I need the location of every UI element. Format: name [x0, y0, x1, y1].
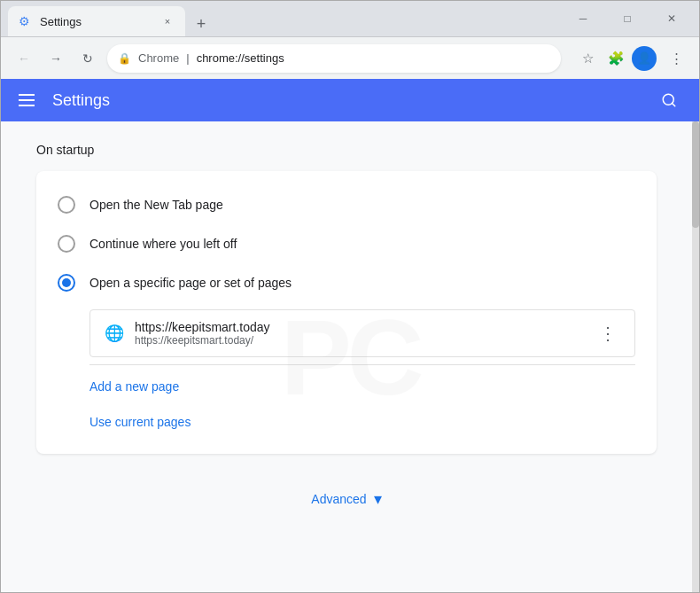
svg-line-1	[672, 103, 674, 105]
url-more-button[interactable]: ⋮	[595, 319, 620, 347]
close-button[interactable]: ✕	[651, 4, 692, 33]
scrollbar-thumb[interactable]	[692, 121, 699, 228]
startup-option-3[interactable]: Open a specific page or set of pages	[58, 263, 635, 302]
forward-button[interactable]: →	[43, 46, 68, 71]
advanced-button[interactable]: Advanced	[311, 492, 366, 506]
scrollbar-track[interactable]	[692, 121, 699, 592]
url-divider	[89, 364, 635, 365]
omnibox-separator: |	[186, 51, 189, 65]
toolbar-icons: ☆ 🧩 👤 ⋮	[575, 46, 688, 71]
settings-header: Settings	[1, 79, 699, 121]
startup-option-2-label: Continue where you left off	[89, 237, 237, 251]
omnibox-site: Chrome	[138, 51, 179, 65]
hamburger-menu[interactable]	[15, 90, 38, 110]
section-title: On startup	[36, 143, 657, 157]
window-controls: ─ □ ✕	[563, 4, 692, 33]
startup-option-1[interactable]: Open the New Tab page	[58, 185, 635, 224]
radio-circle-1[interactable]	[58, 196, 75, 214]
settings-search-button[interactable]	[653, 84, 685, 116]
reload-button[interactable]: ↻	[75, 46, 100, 71]
active-tab[interactable]: ⚙ Settings ×	[8, 6, 185, 36]
back-button[interactable]: ←	[12, 46, 36, 71]
radio-circle-2[interactable]	[58, 235, 75, 253]
menu-button[interactable]: ⋮	[664, 46, 688, 71]
minimize-button[interactable]: ─	[563, 4, 603, 33]
use-current-pages-button[interactable]: Use current pages	[58, 404, 635, 440]
hamburger-line	[19, 105, 35, 106]
tab-close-button[interactable]: ×	[160, 14, 175, 28]
profile-icon: 👤	[637, 51, 651, 65]
lock-icon: 🔒	[118, 52, 131, 65]
startup-card: Open the New Tab page Continue where you…	[36, 171, 657, 454]
url-sub: https://keepitsmart.today/	[135, 334, 585, 347]
content-area[interactable]: PC On startup Open the New Tab page Cont…	[1, 121, 699, 592]
new-tab-button[interactable]: +	[189, 12, 214, 36]
startup-option-3-label: Open a specific page or set of pages	[89, 276, 292, 290]
tab-title: Settings	[40, 15, 153, 28]
bookmark-button[interactable]: ☆	[575, 46, 600, 71]
omnibox-url: chrome://settings	[197, 51, 284, 65]
url-globe-icon: 🌐	[105, 324, 124, 343]
advanced-arrow-icon[interactable]: ▾	[374, 489, 382, 509]
startup-option-1-label: Open the New Tab page	[89, 198, 223, 212]
settings-page-title: Settings	[52, 91, 110, 110]
tab-strip: ⚙ Settings × +	[8, 1, 563, 36]
address-bar: ← → ↻ 🔒 Chrome | chrome://settings ☆ 🧩 👤…	[1, 36, 699, 79]
advanced-section: Advanced ▾	[36, 475, 657, 523]
url-entry: 🌐 https://keepitsmart.today https://keep…	[89, 309, 635, 357]
url-main: https://keepitsmart.today	[135, 320, 585, 334]
hamburger-line	[19, 99, 35, 101]
settings-content: On startup Open the New Tab page Continu…	[1, 121, 692, 544]
title-bar: ⚙ Settings × + ─ □ ✕	[1, 1, 699, 36]
omnibox[interactable]: 🔒 Chrome | chrome://settings	[107, 44, 561, 73]
url-info: https://keepitsmart.today https://keepit…	[135, 320, 585, 347]
radio-circle-3[interactable]	[58, 274, 75, 292]
radio-inner-dot	[62, 278, 71, 287]
search-icon	[661, 92, 677, 108]
startup-option-2[interactable]: Continue where you left off	[58, 224, 635, 263]
add-new-page-button[interactable]: Add a new page	[58, 369, 635, 404]
hamburger-line	[19, 94, 35, 96]
tab-favicon-icon: ⚙	[19, 14, 33, 28]
profile-button[interactable]: 👤	[632, 46, 657, 71]
maximize-button[interactable]: □	[607, 4, 648, 33]
extension-button[interactable]: 🧩	[603, 46, 628, 71]
